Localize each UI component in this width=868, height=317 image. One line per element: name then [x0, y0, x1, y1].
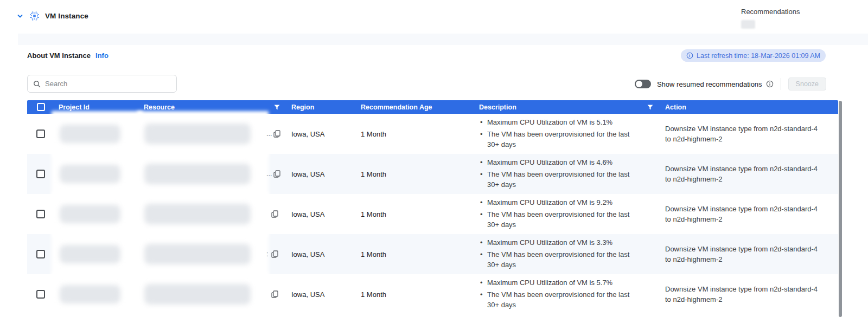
action-cell: Downsize VM instance type from n2d-stand…	[665, 164, 822, 185]
info-link[interactable]: Info	[95, 51, 108, 60]
row-checkbox[interactable]	[36, 170, 45, 178]
row-checkbox[interactable]	[36, 290, 45, 299]
vm-instance-chip-icon	[29, 11, 40, 21]
redacted-project-id	[54, 234, 140, 274]
content-top-band	[18, 34, 868, 45]
age-cell: 1 Month	[358, 154, 475, 194]
vertical-scrollbar[interactable]	[839, 101, 842, 317]
copy-icon[interactable]	[271, 250, 278, 258]
region-cell: Iowa, USA	[286, 194, 358, 234]
description-cell: Maximum CPU Utilization of VM is 9.2%The…	[479, 196, 642, 232]
region-cell: Iowa, USA	[286, 154, 358, 194]
vm-instance-screen: VM Instance Recommendations About VM Ins…	[0, 0, 868, 317]
redacted-resource	[140, 274, 266, 314]
action-cell: Downsize VM instance type from n2d-stand…	[665, 124, 822, 145]
search-box	[27, 75, 177, 93]
region-cell: Iowa, USA	[286, 234, 358, 274]
row-checkbox[interactable]	[36, 250, 45, 258]
row-checkbox[interactable]	[36, 210, 45, 218]
table-row: ... Iowa, USA 1 Month Maximum CPU Utiliz…	[27, 154, 838, 194]
recommendations-label: Recommendations	[741, 8, 800, 16]
table-body: ... Iowa, USA 1 Month Maximum CPU Utiliz…	[27, 114, 838, 314]
show-resumed-toggle[interactable]	[635, 80, 651, 88]
recommendations-table: Project Id Resource Region Recommendatio…	[27, 100, 838, 314]
action-cell: Downsize VM instance type from n2d-stand…	[665, 244, 822, 265]
age-cell: 1 Month	[358, 234, 475, 274]
redacted-resource	[140, 114, 266, 154]
snooze-button[interactable]: Snooze	[788, 77, 826, 90]
resource-suffix: ...	[266, 130, 272, 138]
action-cell: Downsize VM instance type from n2d-stand…	[665, 284, 822, 305]
page-title: VM Instance	[45, 12, 88, 20]
about-vm-instance-label: About VM Instance	[27, 51, 91, 60]
copy-icon[interactable]	[271, 290, 278, 298]
region-cell: Iowa, USA	[286, 274, 358, 314]
age-cell: 1 Month	[358, 114, 475, 154]
redacted-resource	[140, 234, 266, 274]
search-input[interactable]	[45, 80, 171, 88]
description-cell: Maximum CPU Utilization of VM is 3.3%The…	[479, 236, 642, 272]
column-region: Region	[291, 103, 314, 111]
resource-suffix: ...	[266, 170, 272, 178]
show-resumed-label: Show resumed recommendations	[657, 80, 762, 88]
redacted-resource	[140, 154, 266, 194]
column-action: Action	[665, 103, 686, 111]
redacted-project-id	[54, 194, 140, 234]
column-resource: Resource	[144, 103, 175, 111]
redacted-project-id	[54, 154, 140, 194]
resource-suffix: :	[266, 250, 270, 258]
column-description: Description	[479, 103, 516, 111]
divider	[781, 78, 781, 90]
select-all-checkbox[interactable]	[37, 103, 45, 111]
info-circle-icon	[686, 52, 693, 59]
last-refresh-badge: Last refresh time: 18-Mar-2026 01:09 AM	[681, 49, 826, 62]
table-header: Project Id Resource Region Recommendatio…	[27, 100, 838, 114]
copy-icon[interactable]	[271, 210, 278, 218]
table-row: Iowa, USA 1 Month Maximum CPU Utilizatio…	[27, 194, 838, 234]
search-icon	[33, 80, 41, 88]
toggle-knob	[636, 81, 642, 87]
description-cell: Maximum CPU Utilization of VM is 5.7%The…	[479, 276, 642, 312]
description-cell: Maximum CPU Utilization of VM is 4.6%The…	[479, 156, 642, 192]
column-project-id: Project Id	[59, 103, 90, 111]
titlebar: VM Instance Recommendations	[0, 0, 868, 34]
resource-filter-icon[interactable]	[274, 105, 280, 110]
redacted-recommendations-count	[741, 20, 755, 29]
action-cell: Downsize VM instance type from n2d-stand…	[665, 204, 822, 225]
table-row: Iowa, USA 1 Month Maximum CPU Utilizatio…	[27, 274, 838, 314]
description-cell: Maximum CPU Utilization of VM is 5.1%The…	[479, 116, 642, 152]
redacted-project-id	[54, 274, 140, 314]
redacted-project-id	[54, 114, 140, 154]
column-recommendation-age: Recommendation Age	[361, 103, 432, 111]
copy-icon[interactable]	[273, 130, 280, 138]
redacted-resource	[140, 194, 266, 234]
resumed-info-icon[interactable]	[766, 80, 774, 88]
collapse-chevron-down-icon[interactable]	[16, 12, 24, 20]
age-cell: 1 Month	[358, 194, 475, 234]
table-row: : Iowa, USA 1 Month Maximum CPU Utilizat…	[27, 234, 838, 274]
description-filter-icon[interactable]	[647, 105, 653, 110]
table-row: ... Iowa, USA 1 Month Maximum CPU Utiliz…	[27, 114, 838, 154]
region-cell: Iowa, USA	[286, 114, 358, 154]
copy-icon[interactable]	[273, 170, 280, 178]
row-checkbox[interactable]	[36, 130, 45, 138]
age-cell: 1 Month	[358, 274, 475, 314]
last-refresh-text: Last refresh time: 18-Mar-2026 01:09 AM	[697, 52, 820, 60]
